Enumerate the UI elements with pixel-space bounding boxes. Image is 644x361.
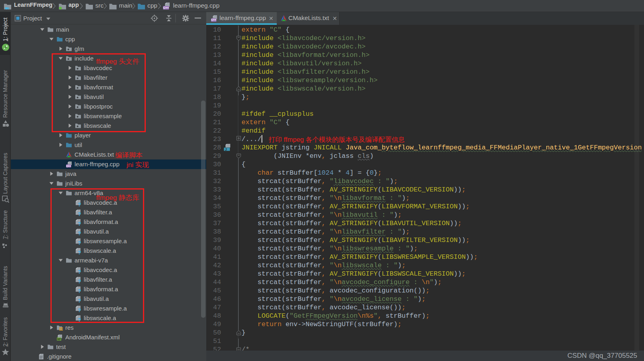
svg-text:?: ? <box>78 250 81 254</box>
svg-text:C++: C++ <box>163 6 169 10</box>
svg-text:J: J <box>225 147 227 151</box>
svg-text:?: ? <box>78 269 81 274</box>
svg-text:?: ? <box>78 211 81 216</box>
svg-text:?: ? <box>78 240 81 245</box>
svg-text:?: ? <box>78 288 81 293</box>
svg-text:?: ? <box>78 278 81 283</box>
svg-text:C++: C++ <box>66 165 71 167</box>
svg-text:?: ? <box>78 202 81 206</box>
svg-text:?: ? <box>78 317 81 322</box>
svg-text:C++: C++ <box>211 18 216 21</box>
svg-text:?: ? <box>78 307 81 312</box>
svg-text:?: ? <box>78 230 81 235</box>
svg-text:MF: MF <box>57 338 61 341</box>
svg-text:?: ? <box>78 298 81 303</box>
svg-text:?: ? <box>78 221 81 226</box>
